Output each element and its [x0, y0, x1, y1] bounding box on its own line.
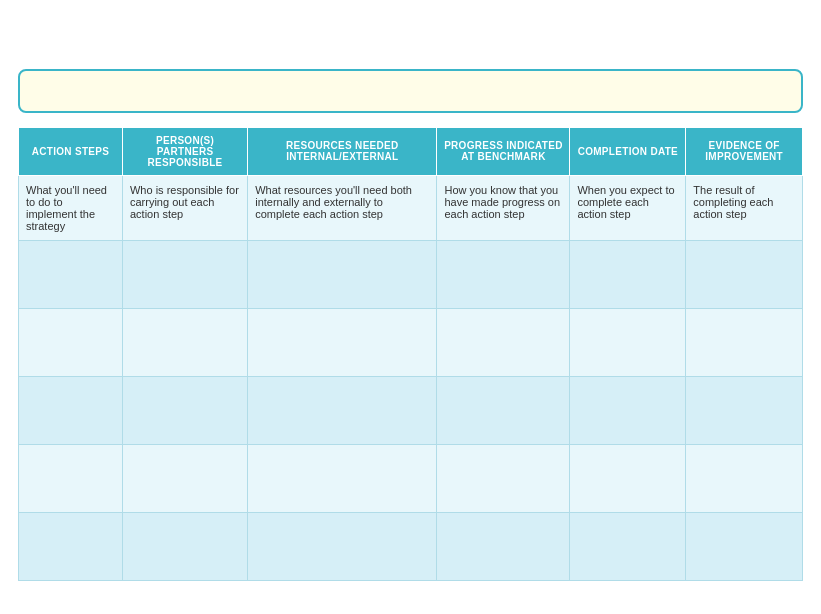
action-plan-table: ACTION STEPS PERSON(S) PARTNERS RESPONSI…: [18, 127, 803, 581]
table-cell: [437, 308, 570, 376]
table-cell: [248, 376, 437, 444]
table-cell: [122, 512, 247, 580]
table-cell: When you expect to complete each action …: [570, 175, 686, 240]
table-cell: [570, 240, 686, 308]
table-cell: [248, 308, 437, 376]
table-row: [19, 376, 803, 444]
table-cell: [122, 376, 247, 444]
table-cell: [570, 444, 686, 512]
table-cell: [686, 308, 803, 376]
table-row: [19, 444, 803, 512]
table-cell: [19, 444, 123, 512]
page-title: [18, 18, 803, 55]
table-cell: [437, 240, 570, 308]
table-cell: [19, 376, 123, 444]
table-cell: [686, 444, 803, 512]
table-header-row: ACTION STEPS PERSON(S) PARTNERS RESPONSI…: [19, 127, 803, 175]
table-cell: [19, 308, 123, 376]
table-cell: How you know that you have made progress…: [437, 175, 570, 240]
table-cell: [570, 376, 686, 444]
table-cell: The result of completing each action ste…: [686, 175, 803, 240]
table-cell: [122, 240, 247, 308]
table-cell: [248, 512, 437, 580]
table-cell: [437, 444, 570, 512]
table-cell: What resources you'll need both internal…: [248, 175, 437, 240]
col-resources: RESOURCES NEEDED INTERNAL/EXTERNAL: [248, 127, 437, 175]
table-cell: [686, 376, 803, 444]
table-cell: Who is responsible for carrying out each…: [122, 175, 247, 240]
table-cell: [122, 308, 247, 376]
col-progress: PROGRESS INDICATED AT BENCHMARK: [437, 127, 570, 175]
table-cell: [686, 512, 803, 580]
table-cell: [248, 240, 437, 308]
table-cell: [570, 512, 686, 580]
table-cell: [248, 444, 437, 512]
table-cell: [437, 512, 570, 580]
col-action-steps: ACTION STEPS: [19, 127, 123, 175]
col-evidence: EVIDENCE OF IMPROVEMENT: [686, 127, 803, 175]
table-cell: [686, 240, 803, 308]
table-cell: [122, 444, 247, 512]
table-row: [19, 240, 803, 308]
table-row: [19, 512, 803, 580]
col-persons: PERSON(S) PARTNERS RESPONSIBLE: [122, 127, 247, 175]
table-row: What you'll need to do to implement the …: [19, 175, 803, 240]
table-cell: [570, 308, 686, 376]
goal-box: [18, 69, 803, 113]
table-cell: What you'll need to do to implement the …: [19, 175, 123, 240]
table-row: [19, 308, 803, 376]
table-cell: [19, 240, 123, 308]
table-cell: [19, 512, 123, 580]
table-cell: [437, 376, 570, 444]
col-completion: COMPLETION DATE: [570, 127, 686, 175]
